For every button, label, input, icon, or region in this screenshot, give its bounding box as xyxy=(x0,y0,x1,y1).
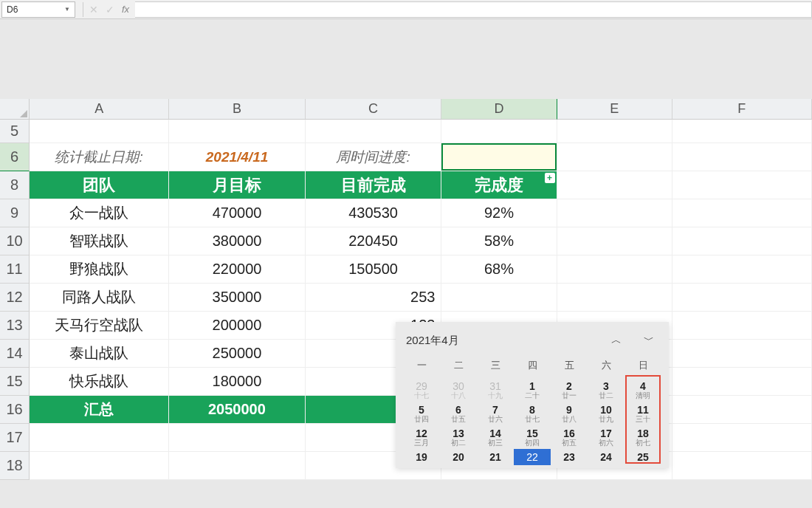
row-header-6[interactable]: 6 xyxy=(0,143,30,171)
cell-F15[interactable] xyxy=(672,368,812,396)
cell-E5[interactable] xyxy=(557,120,672,143)
cell-A13[interactable]: 天马行空战队 xyxy=(30,312,169,340)
plus-icon[interactable]: + xyxy=(545,173,555,183)
cell-C9[interactable]: 430530 xyxy=(306,199,442,227)
col-header-D[interactable]: D xyxy=(441,99,557,120)
row-header-14[interactable]: 14 xyxy=(0,340,30,368)
cell-F14[interactable] xyxy=(672,340,812,368)
cell-A14[interactable]: 泰山战队 xyxy=(30,340,169,368)
cell-B18[interactable] xyxy=(169,452,306,480)
row-header-11[interactable]: 11 xyxy=(0,255,30,284)
cell-A6[interactable]: 统计截止日期: xyxy=(30,143,169,171)
cell-F9[interactable] xyxy=(672,199,812,227)
row-header-15[interactable]: 15 xyxy=(0,368,30,396)
cell-D9[interactable]: 92% xyxy=(441,199,557,227)
cell-C6[interactable]: 周时间进度: xyxy=(306,143,442,171)
select-all-corner[interactable] xyxy=(0,99,30,120)
cell-B15[interactable]: 180000 xyxy=(169,368,305,396)
cell-B17[interactable] xyxy=(169,424,306,452)
cell-F18[interactable] xyxy=(672,452,812,480)
row-header-5[interactable]: 5 xyxy=(0,120,30,143)
cell-B5[interactable] xyxy=(169,120,306,143)
cell-B16[interactable]: 2050000 xyxy=(169,396,305,424)
cell-B6[interactable]: 2021/4/11 xyxy=(169,143,306,171)
cell-D8[interactable]: 完成度 + xyxy=(441,171,557,199)
cell-E8[interactable] xyxy=(557,171,672,199)
cell-A11[interactable]: 野狼战队 xyxy=(30,255,169,284)
row-header-17[interactable]: 17 xyxy=(0,424,30,452)
cell-B14[interactable]: 250000 xyxy=(169,340,305,368)
calendar-day-30[interactable]: 30十八 xyxy=(440,378,477,402)
cell-B13[interactable]: 200000 xyxy=(169,312,305,340)
cell-A9[interactable]: 众一战队 xyxy=(30,199,169,227)
cell-A17[interactable] xyxy=(30,424,169,452)
cell-F6[interactable] xyxy=(672,143,812,171)
calendar-day-15[interactable]: 15初四 xyxy=(514,425,551,449)
cell-E11[interactable] xyxy=(557,255,672,284)
calendar-day-5[interactable]: 5廿四 xyxy=(403,402,440,425)
calendar-day-3[interactable]: 3廿二 xyxy=(588,378,625,402)
calendar-day-21[interactable]: 21 xyxy=(477,449,514,465)
calendar-day-11[interactable]: 11三十 xyxy=(625,402,661,425)
calendar-day-12[interactable]: 12三月 xyxy=(403,425,440,449)
calendar-day-25[interactable]: 25 xyxy=(625,449,661,465)
cell-F5[interactable] xyxy=(672,120,812,143)
cell-A16[interactable]: 汇总 xyxy=(30,396,169,424)
calendar-day-31[interactable]: 31十九 xyxy=(477,378,514,402)
calendar-day-7[interactable]: 7廿六 xyxy=(477,402,514,425)
cell-A5[interactable] xyxy=(30,120,169,143)
cell-B11[interactable]: 220000 xyxy=(169,255,306,284)
cell-F12[interactable] xyxy=(672,284,812,312)
calendar-day-1[interactable]: 1二十 xyxy=(514,378,551,402)
cell-C10[interactable]: 220450 xyxy=(306,227,442,255)
cell-B10[interactable]: 380000 xyxy=(169,227,306,255)
cell-C5[interactable] xyxy=(306,120,442,143)
cell-F16[interactable] xyxy=(672,396,812,424)
calendar-day-20[interactable]: 20 xyxy=(440,449,477,465)
calendar-day-24[interactable]: 24 xyxy=(588,449,625,465)
cell-D10[interactable]: 58% xyxy=(441,227,557,255)
calendar-day-8[interactable]: 8廿七 xyxy=(514,402,551,425)
cell-E6[interactable] xyxy=(557,143,672,171)
cell-F17[interactable] xyxy=(672,424,812,452)
cell-B12[interactable]: 350000 xyxy=(169,284,305,312)
row-header-12[interactable]: 12 xyxy=(0,284,30,312)
calendar-day-4[interactable]: 4清明 xyxy=(625,378,661,402)
dropdown-icon[interactable]: ▼ xyxy=(64,6,70,13)
cell-C8[interactable]: 目前完成 xyxy=(306,171,442,199)
calendar-day-16[interactable]: 16初五 xyxy=(551,425,588,449)
row-header-16[interactable]: 16 xyxy=(0,396,30,424)
confirm-icon[interactable]: ✓ xyxy=(106,4,114,16)
col-header-A[interactable]: A xyxy=(30,99,169,120)
calendar-title[interactable]: 2021年4月 xyxy=(406,334,459,348)
calendar-day-29[interactable]: 29十七 xyxy=(403,378,440,402)
cell-D5[interactable] xyxy=(441,120,557,143)
cell-B9[interactable]: 470000 xyxy=(169,199,306,227)
cell-A15[interactable]: 快乐战队 xyxy=(30,368,169,396)
col-header-E[interactable]: E xyxy=(557,99,672,120)
row-header-10[interactable]: 10 xyxy=(0,227,30,255)
calendar-day-18[interactable]: 18初七 xyxy=(625,425,661,449)
row-header-9[interactable]: 9 xyxy=(0,199,30,227)
row-header-13[interactable]: 13 xyxy=(0,312,30,340)
calendar-day-6[interactable]: 6廿五 xyxy=(440,402,477,425)
calendar-day-19[interactable]: 19 xyxy=(403,449,440,465)
cancel-icon[interactable]: ✕ xyxy=(89,4,98,16)
cell-D12[interactable] xyxy=(441,284,557,312)
cell-E9[interactable] xyxy=(557,199,672,227)
calendar-prev-icon[interactable]: ︿ xyxy=(607,332,626,349)
calendar-day-23[interactable]: 23 xyxy=(551,449,588,465)
col-header-B[interactable]: B xyxy=(169,99,306,120)
row-header-18[interactable]: 18 xyxy=(0,452,30,480)
cell-A18[interactable] xyxy=(30,452,169,480)
calendar-next-icon[interactable]: ﹀ xyxy=(639,332,658,349)
cell-C11[interactable]: 150500 xyxy=(306,255,442,284)
fx-icon[interactable]: fx xyxy=(122,4,129,15)
calendar-day-22[interactable]: 22 xyxy=(514,449,551,465)
cell-A12[interactable]: 同路人战队 xyxy=(30,284,169,312)
cell-F13[interactable] xyxy=(672,312,812,340)
calendar-day-14[interactable]: 14初三 xyxy=(477,425,514,449)
calendar-day-2[interactable]: 2廿一 xyxy=(551,378,588,402)
cell-F8[interactable] xyxy=(672,171,812,199)
cell-E10[interactable] xyxy=(557,227,672,255)
